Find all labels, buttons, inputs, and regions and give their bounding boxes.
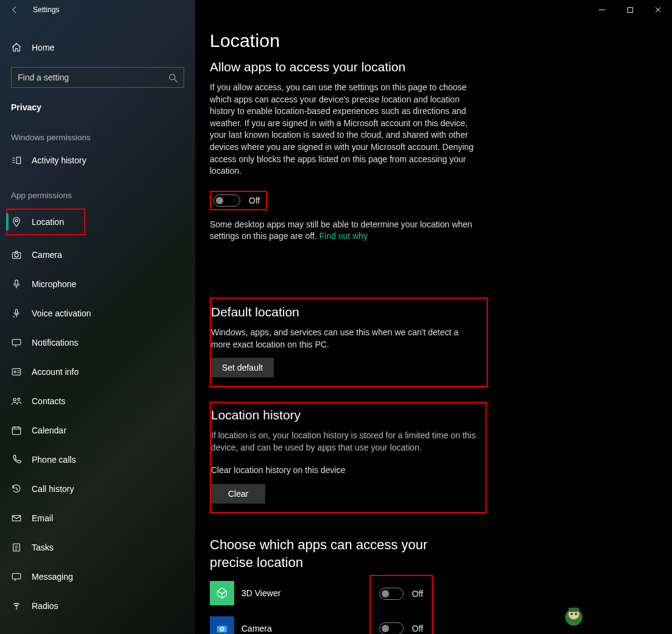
svg-rect-11 bbox=[12, 427, 21, 435]
sidebar-item-label: Contacts bbox=[32, 396, 65, 406]
main-content: Location Allow apps to access your locat… bbox=[195, 0, 672, 634]
svg-point-1 bbox=[15, 219, 18, 223]
decorative-avatar-icon bbox=[561, 602, 587, 628]
sidebar-item-notifications[interactable]: Notifications bbox=[0, 328, 195, 357]
sidebar-item-label: Camera bbox=[32, 250, 62, 260]
svg-rect-7 bbox=[12, 369, 21, 376]
home-nav[interactable]: Home bbox=[0, 35, 195, 60]
sidebar-item-label: Messaging bbox=[32, 572, 73, 582]
master-location-toggle[interactable] bbox=[213, 194, 240, 207]
set-default-button[interactable]: Set default bbox=[211, 358, 274, 377]
app-toggle-3d-viewer[interactable] bbox=[379, 588, 404, 600]
find-out-why-link[interactable]: Find out why bbox=[320, 231, 368, 241]
sidebar-item-label: Call history bbox=[32, 484, 74, 494]
svg-rect-15 bbox=[627, 7, 632, 12]
sidebar-item-label: Radios bbox=[32, 601, 59, 611]
app-name-label: Camera bbox=[241, 624, 370, 633]
sidebar-item-voice-activation[interactable]: Voice activation bbox=[0, 299, 195, 328]
sidebar-item-camera[interactable]: Camera bbox=[0, 240, 195, 269]
sidebar-item-radios[interactable]: Radios bbox=[0, 591, 195, 621]
group-windows-permissions: Windows permissions bbox=[0, 117, 195, 146]
search-icon bbox=[168, 73, 177, 82]
app-toggle-container: Off bbox=[370, 610, 433, 634]
location-icon bbox=[11, 216, 22, 227]
sidebar-item-label: Tasks bbox=[32, 543, 54, 552]
sidebar-item-tasks[interactable]: Tasks bbox=[0, 533, 195, 562]
app-icon-3d-viewer bbox=[210, 581, 234, 605]
search-box[interactable] bbox=[11, 67, 184, 88]
clear-history-label: Clear location history on this device bbox=[211, 465, 481, 477]
sidebar-item-call-history[interactable]: Call history bbox=[0, 474, 195, 504]
maximize-button[interactable] bbox=[616, 0, 644, 20]
svg-point-9 bbox=[13, 399, 16, 402]
app-toggle-state: Off bbox=[412, 589, 423, 599]
default-location-section: Default location Windows, apps, and serv… bbox=[210, 297, 488, 387]
svg-rect-4 bbox=[15, 280, 18, 285]
call-history-icon bbox=[11, 483, 22, 494]
voice-activation-icon bbox=[11, 308, 22, 319]
radios-icon bbox=[11, 600, 22, 611]
camera-icon bbox=[11, 249, 22, 260]
close-button[interactable] bbox=[644, 0, 672, 20]
sidebar-item-phone-calls[interactable]: Phone calls bbox=[0, 445, 195, 474]
phone-icon bbox=[11, 454, 22, 465]
choose-apps-heading: Choose which apps can access your precis… bbox=[210, 536, 466, 571]
sidebar-item-messaging[interactable]: Messaging bbox=[0, 562, 195, 591]
category-label: Privacy bbox=[0, 88, 195, 117]
location-history-section: Location history If location is on, your… bbox=[210, 402, 487, 513]
account-info-icon bbox=[11, 366, 22, 377]
microphone-icon bbox=[11, 279, 22, 290]
svg-point-8 bbox=[14, 371, 16, 373]
sidebar-item-microphone[interactable]: Microphone bbox=[0, 269, 195, 299]
email-icon bbox=[11, 513, 22, 524]
app-name-label: 3D Viewer bbox=[241, 588, 370, 598]
clear-history-button[interactable]: Clear bbox=[211, 484, 265, 504]
location-history-description: If location is on, your location history… bbox=[211, 430, 479, 454]
app-row-camera: Camera Off bbox=[210, 615, 522, 634]
app-icon-camera bbox=[210, 616, 234, 634]
svg-point-23 bbox=[575, 613, 577, 616]
sidebar-item-location[interactable]: Location bbox=[6, 208, 85, 235]
sidebar-item-label: Voice activation bbox=[32, 308, 91, 318]
titlebar-app-name: Settings bbox=[33, 5, 59, 14]
sidebar: Settings Home Privacy Windows permission… bbox=[0, 0, 195, 634]
sidebar-item-email[interactable]: Email bbox=[0, 504, 195, 533]
messaging-icon bbox=[11, 571, 22, 582]
allow-apps-heading: Allow apps to access your location bbox=[210, 60, 522, 74]
svg-rect-21 bbox=[568, 608, 579, 612]
sidebar-item-label: Email bbox=[32, 513, 53, 523]
window-controls bbox=[588, 0, 672, 20]
allow-apps-description: If you allow access, you can use the set… bbox=[210, 82, 478, 177]
sidebar-item-label: Microphone bbox=[32, 279, 76, 289]
svg-point-18 bbox=[221, 628, 223, 630]
search-input[interactable] bbox=[18, 73, 168, 82]
default-location-description: Windows, apps, and services can use this… bbox=[211, 327, 479, 351]
titlebar: Settings bbox=[0, 0, 195, 20]
sidebar-item-account-info[interactable]: Account info bbox=[0, 357, 195, 386]
sidebar-item-contacts[interactable]: Contacts bbox=[0, 386, 195, 416]
svg-rect-5 bbox=[16, 309, 18, 314]
home-icon bbox=[11, 42, 22, 53]
tasks-icon bbox=[11, 542, 22, 553]
svg-point-0 bbox=[170, 74, 175, 80]
activity-history-icon bbox=[11, 155, 22, 166]
svg-rect-6 bbox=[12, 340, 21, 345]
home-label: Home bbox=[32, 43, 54, 52]
app-toggle-container: Off bbox=[370, 575, 433, 611]
svg-rect-14 bbox=[12, 574, 21, 579]
sidebar-item-label: Activity history bbox=[32, 155, 86, 165]
svg-point-3 bbox=[15, 254, 18, 257]
app-toggle-camera[interactable] bbox=[379, 622, 404, 634]
sidebar-item-activity-history[interactable]: Activity history bbox=[0, 146, 195, 175]
location-history-heading: Location history bbox=[211, 408, 481, 422]
contacts-icon bbox=[11, 396, 22, 407]
sidebar-item-label: Phone calls bbox=[32, 455, 76, 465]
svg-point-10 bbox=[18, 398, 20, 401]
sidebar-item-label: Notifications bbox=[32, 338, 78, 347]
sidebar-item-calendar[interactable]: Calendar bbox=[0, 416, 195, 445]
back-button[interactable] bbox=[0, 0, 29, 20]
desktop-apps-note: Some desktop apps may still be able to d… bbox=[210, 219, 490, 243]
svg-point-22 bbox=[571, 613, 573, 616]
sidebar-item-label: Location bbox=[32, 217, 64, 227]
minimize-button[interactable] bbox=[588, 0, 616, 20]
